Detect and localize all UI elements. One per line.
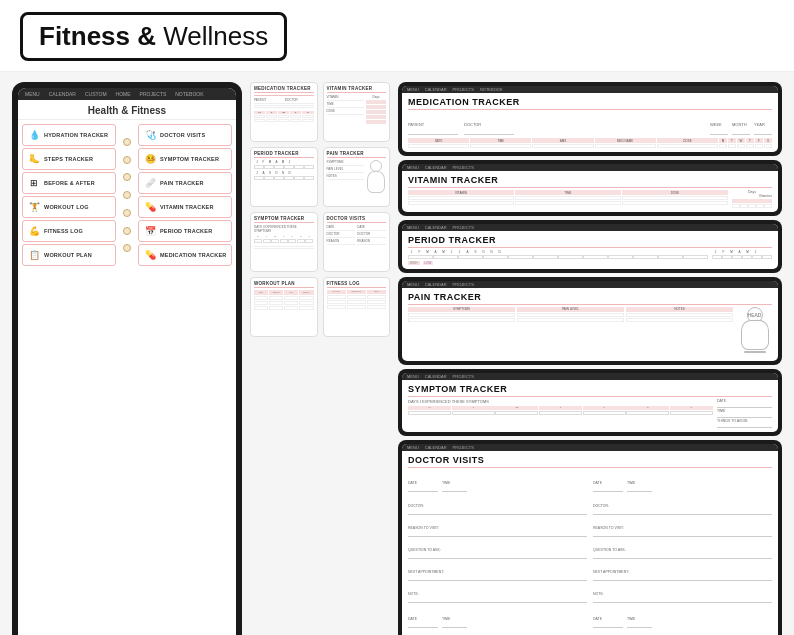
nav-dot: PROJECTS: [451, 87, 476, 92]
doctor-visits-item[interactable]: 🩺 DOCTOR VISITS: [138, 124, 232, 146]
medication-tracker-screen: MENU CALENDAR PROJECTS NOTEBOOK MEDICATI…: [402, 86, 778, 152]
preview-doctor-visits[interactable]: DOCTOR VISITS DATE DOCTOR REASON DATE: [323, 212, 391, 272]
med-page-title: MEDICATION TRACKER: [408, 97, 772, 110]
stacked-tablets: MENU CALENDAR PROJECTS NOTEBOOK MEDICATI…: [398, 82, 782, 635]
spiral-3: [123, 173, 131, 181]
before-after-item[interactable]: ⊞ BEFORE & AFTER: [22, 172, 116, 194]
header-title: Fitness & Wellness: [39, 21, 268, 51]
doctor-visits-icon: 🩺: [143, 128, 157, 142]
tablet-nav: MENU CALENDAR CUSTOM HOME PROJECTS NOTEB…: [18, 88, 236, 100]
vit-nav: MENU CALENDAR PROJECTS: [402, 164, 778, 171]
preview-line: [254, 95, 314, 96]
medication-tracker-tablet[interactable]: MENU CALENDAR PROJECTS NOTEBOOK MEDICATI…: [398, 82, 782, 156]
preview-period-tracker[interactable]: PERIOD TRACKER J F M A M J: [250, 147, 318, 207]
hydration-tracker-item[interactable]: 💧 HYDRATION TRACKER: [22, 124, 116, 146]
steps-icon: 🦶: [27, 152, 41, 166]
symptom-tracker-icon: 🤒: [143, 152, 157, 166]
nav-dot: PROJECTS: [451, 225, 476, 230]
period-nav: MENU CALENDAR PROJECTS: [402, 224, 778, 231]
spiral-6: [123, 227, 131, 235]
preview-medication-tracker[interactable]: MEDICATION TRACKER PATIENT DOCTOR M T W …: [250, 82, 318, 142]
symptom-page-title: SYMPTOM TRACKER: [408, 384, 772, 397]
nav-dot: MENU: [405, 165, 421, 170]
workout-log-icon: 🏋: [27, 200, 41, 214]
right-trackers-col: 🩺 DOCTOR VISITS 🤒 SYMPTOM TRACKER 🩹 PAIN…: [138, 124, 232, 266]
pain-tracker-label: PAIN TRACKER: [160, 180, 204, 186]
preview-pain-tracker[interactable]: PAIN TRACKER SYMPTOMS PAIN LEVEL NOTES: [323, 147, 391, 207]
main-tablet[interactable]: MENU CALENDAR CUSTOM HOME PROJECTS NOTEB…: [12, 82, 242, 635]
nav-notebook[interactable]: NOTEBOOK: [172, 90, 206, 98]
nav-dot: CALENDAR: [423, 445, 449, 450]
preview-symptom-tracker[interactable]: SYMPTOM TRACKER DAYS I EXPERIENCED THESE…: [250, 212, 318, 272]
med-nav: MENU CALENDAR PROJECTS NOTEBOOK: [402, 86, 778, 93]
nav-custom[interactable]: CUSTOM: [82, 90, 110, 98]
nav-menu[interactable]: MENU: [22, 90, 43, 98]
preview-row-2: PERIOD TRACKER J F M A M J: [250, 147, 390, 207]
doctor-content: DOCTOR VISITS DATE TIME DOCTOR: REASON T…: [402, 451, 778, 636]
symptom-tracker-item[interactable]: 🤒 SYMPTOM TRACKER: [138, 148, 232, 170]
symptom-tracker-tablet[interactable]: MENU CALENDAR PROJECTS SYMPTOM TRACKER D…: [398, 369, 782, 436]
nav-home[interactable]: HOME: [113, 90, 134, 98]
pain-tracker-item[interactable]: 🩹 PAIN TRACKER: [138, 172, 232, 194]
field-line: [254, 103, 314, 104]
workout-plan-item[interactable]: 📋 WORKOUT PLAN: [22, 244, 116, 266]
pain-tracker-tablet[interactable]: MENU CALENDAR PROJECTS PAIN TRACKER SYMP…: [398, 277, 782, 365]
doctor-page-title: DOCTOR VISITS: [408, 455, 772, 468]
preview-row-4: WORKOUT PLAN SET REPS WT REST: [250, 277, 390, 337]
vit-page-title: VITAMIN TRACKER: [408, 175, 772, 188]
fitness-log-item[interactable]: 💪 FITNESS LOG: [22, 220, 116, 242]
nav-dot: MENU: [405, 445, 421, 450]
doctor-visits-label: DOCTOR VISITS: [160, 132, 205, 138]
nav-dot: MENU: [405, 87, 421, 92]
pain-tracker-screen: MENU CALENDAR PROJECTS PAIN TRACKER SYMP…: [402, 281, 778, 361]
nav-dot: MENU: [405, 374, 421, 379]
symptom-tracker-screen: MENU CALENDAR PROJECTS SYMPTOM TRACKER D…: [402, 373, 778, 432]
period-tracker-icon: 📅: [143, 224, 157, 238]
preview-row-3: SYMPTOM TRACKER DAYS I EXPERIENCED THESE…: [250, 212, 390, 272]
period-page-title: PERIOD TRACKER: [408, 235, 772, 248]
vitamin-tracker-item[interactable]: 💊 VITAMIN TRACKER: [138, 196, 232, 218]
pain-tracker-icon: 🩹: [143, 176, 157, 190]
pain-nav: MENU CALENDAR PROJECTS: [402, 281, 778, 288]
nav-dot: CALENDAR: [423, 374, 449, 379]
nav-dot: CALENDAR: [423, 87, 449, 92]
preview-cards-grid: MEDICATION TRACKER PATIENT DOCTOR M T W …: [250, 82, 390, 635]
period-tracker-tablet[interactable]: MENU CALENDAR PROJECTS PERIOD TRACKER JF…: [398, 220, 782, 273]
nav-calendar[interactable]: CALENDAR: [46, 90, 79, 98]
vitamin-tracker-label: VITAMIN TRACKER: [160, 204, 214, 210]
period-tracker-item[interactable]: 📅 PERIOD TRACKER: [138, 220, 232, 242]
header-title-box: Fitness & Wellness: [20, 12, 287, 61]
spiral-1: [123, 138, 131, 146]
nav-projects[interactable]: PROJECTS: [137, 90, 170, 98]
title-bold: Fitness: [39, 21, 130, 51]
medication-tracker-item[interactable]: 💊 MEDICATION TRACKER: [138, 244, 232, 266]
preview-vitamin-tracker[interactable]: VITAMIN TRACKER VITAMIN TIME DOSE Days: [323, 82, 391, 142]
workout-log-item[interactable]: 🏋 WORKOUT LOG: [22, 196, 116, 218]
nav-dot: MENU: [405, 225, 421, 230]
preview-workout-plan[interactable]: WORKOUT PLAN SET REPS WT REST: [250, 277, 318, 337]
preview-symptom-title: SYMPTOM TRACKER: [254, 216, 314, 223]
symptom-tracker-label: SYMPTOM TRACKER: [160, 156, 219, 162]
spiral-5: [123, 209, 131, 217]
preview-period-title: PERIOD TRACKER: [254, 151, 314, 158]
symptom-content: SYMPTOM TRACKER DAYS I EXPERIENCED THESE…: [402, 380, 778, 432]
med-content: MEDICATION TRACKER PATIENT DOCTOR WEEK M…: [402, 93, 778, 152]
doctor-visits-tablet[interactable]: MENU CALENDAR PROJECTS DOCTOR VISITS DAT…: [398, 440, 782, 636]
period-content: PERIOD TRACKER JFMAMJJASOND: [402, 231, 778, 269]
vitamin-tracker-tablet[interactable]: MENU CALENDAR PROJECTS VITAMIN TRACKER V…: [398, 160, 782, 216]
vitamin-tracker-screen: MENU CALENDAR PROJECTS VITAMIN TRACKER V…: [402, 164, 778, 212]
spiral-binding: [120, 124, 134, 266]
header: Fitness & Wellness: [0, 0, 794, 72]
symptom-nav: MENU CALENDAR PROJECTS: [402, 373, 778, 380]
field-line: [254, 107, 314, 108]
medication-tracker-icon: 💊: [143, 248, 157, 262]
nav-dot: PROJECTS: [451, 374, 476, 379]
period-tracker-screen: MENU CALENDAR PROJECTS PERIOD TRACKER JF…: [402, 224, 778, 269]
doctor-nav: MENU CALENDAR PROJECTS: [402, 444, 778, 451]
field-line: [254, 105, 314, 106]
doctor-visits-screen: MENU CALENDAR PROJECTS DOCTOR VISITS DAT…: [402, 444, 778, 636]
workout-plan-label: WORKOUT PLAN: [44, 252, 92, 258]
pain-page-title: PAIN TRACKER: [408, 292, 772, 305]
preview-fitness-log[interactable]: FITNESS LOG DATE WEIGHT BMI: [323, 277, 391, 337]
steps-tracker-item[interactable]: 🦶 STEPS TRACKER: [22, 148, 116, 170]
